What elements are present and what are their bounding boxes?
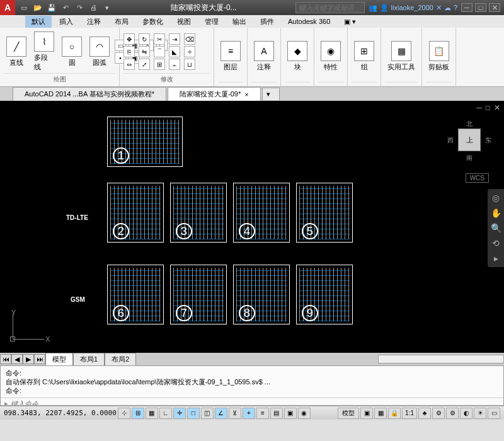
new-doc-tab[interactable]: ▾ [262, 88, 280, 100]
properties-button[interactable]: ◉特性 [318, 40, 343, 73]
status-3dosnap-icon[interactable]: ◫ [201, 408, 214, 419]
tab-insert[interactable]: 插入 [53, 16, 79, 28]
drawing-frame-9[interactable] [296, 265, 353, 324]
view-close-icon[interactable]: ✕ [494, 103, 500, 112]
maximize-button[interactable]: □ [475, 3, 486, 12]
layout-last-icon[interactable]: ⏭ [34, 354, 45, 364]
chamfer-icon[interactable]: ◣ [169, 46, 180, 57]
qat-open-icon[interactable]: 📂 [33, 3, 43, 13]
status-annovis-icon[interactable]: ♣ [418, 408, 431, 419]
tab-annotate[interactable]: 注释 [81, 16, 107, 28]
status-dyn-icon[interactable]: + [243, 408, 255, 419]
tab-layout[interactable]: 布局 [108, 16, 135, 28]
move-icon[interactable]: ✥ [123, 33, 135, 45]
join-icon[interactable]: ⊔ [184, 59, 195, 70]
arc-button[interactable]: ◠圆弧 [87, 35, 112, 69]
status-snap-icon[interactable]: ⊞ [132, 408, 144, 419]
viewcube[interactable]: 北 西 东 南 上 [447, 120, 491, 170]
explode-icon[interactable]: ✧ [184, 46, 195, 57]
drawing-frame-5[interactable] [296, 183, 353, 243]
array-icon[interactable]: ⊞ [154, 59, 165, 70]
polyline-button[interactable]: ⌇多段线 [32, 30, 57, 73]
view-minimize-icon[interactable]: ─ [476, 103, 482, 112]
status-sc-icon[interactable]: ◉ [298, 408, 311, 419]
exchange-icon[interactable]: ✕ [436, 4, 442, 12]
minimize-button[interactable]: ─ [461, 3, 472, 12]
layer-button[interactable]: ≡图层 [218, 40, 243, 73]
drawing-frame-6[interactable] [107, 265, 164, 324]
layout-tab-2[interactable]: 布局2 [105, 353, 136, 366]
offset-icon[interactable]: ⫠ [169, 59, 180, 70]
status-clean-icon[interactable]: ▭ [488, 408, 500, 419]
nav-wheel-icon[interactable]: ◎ [492, 193, 500, 203]
status-model-button[interactable]: 模型 [338, 408, 359, 419]
drawing-frame-1[interactable] [107, 117, 183, 167]
tab-view[interactable]: 视图 [171, 16, 197, 28]
viewcube-top[interactable]: 上 [458, 129, 481, 151]
utilities-button[interactable]: ▦实用工具 [385, 40, 418, 73]
drawing-frame-8[interactable] [233, 265, 290, 324]
command-input[interactable] [11, 400, 500, 406]
status-scale-button[interactable]: 1:1 [402, 408, 417, 419]
status-tpy-icon[interactable]: ▤ [270, 408, 283, 419]
qat-save-icon[interactable]: 💾 [47, 3, 57, 13]
close-button[interactable]: ✕ [489, 3, 500, 12]
status-grid-icon[interactable]: ▦ [146, 408, 158, 419]
status-qp-icon[interactable]: ▣ [284, 408, 297, 419]
nav-orbit-icon[interactable]: ⟲ [492, 238, 500, 248]
clipboard-button[interactable]: 📋剪贴板 [426, 40, 452, 73]
user-icon[interactable]: 👤 [380, 4, 389, 12]
layout-next-icon[interactable]: ▶ [23, 354, 34, 364]
tab-manage[interactable]: 管理 [198, 16, 225, 28]
scale-icon[interactable]: ⤢ [139, 59, 150, 70]
block-button[interactable]: ◆块 [285, 40, 310, 73]
drawing-frame-2[interactable] [107, 183, 164, 243]
doc-tab-1[interactable]: AutoCAD 2014 ...BA 基础与实例视频教程* [13, 87, 166, 101]
coordinates-readout[interactable]: 098.3483, 2207.4925, 0.0000 [4, 409, 117, 417]
trim-icon[interactable]: ✂ [154, 33, 165, 45]
circle-button[interactable]: ○圆 [59, 35, 84, 69]
group-button[interactable]: ⊞组 [352, 40, 377, 73]
drawing-frame-7[interactable] [170, 265, 227, 324]
qat-print-icon[interactable]: 🖨 [88, 3, 98, 13]
wcs-badge[interactable]: WCS [466, 173, 489, 183]
qat-new-icon[interactable]: ▭ [19, 3, 29, 13]
qat-undo-icon[interactable]: ↶ [60, 3, 71, 13]
drawing-frame-3[interactable] [170, 183, 227, 243]
app-logo[interactable]: A [0, 0, 15, 15]
status-osnap-icon[interactable]: □ [187, 408, 200, 419]
cloud-icon[interactable]: ☁ [444, 4, 451, 12]
layout-tab-model[interactable]: 模型 [45, 353, 73, 366]
nav-zoom-icon[interactable]: 🔍 [491, 223, 501, 233]
status-ortho-icon[interactable]: ∟ [159, 408, 172, 419]
tab-plugins[interactable]: 插件 [254, 16, 280, 28]
line-button[interactable]: ╱直线 [4, 35, 29, 69]
drawing-canvas[interactable]: ─ □ ✕ 北 西 东 南 上 WCS ◎ ✋ 🔍 ⟲ ▸ TD-LTE GSM… [0, 101, 504, 365]
username-label[interactable]: lixiaoke_2000 [391, 4, 433, 11]
tab-output[interactable]: 输出 [226, 16, 253, 28]
status-qview-icon[interactable]: ▦ [374, 408, 387, 419]
tab-parametric[interactable]: 参数化 [136, 16, 169, 28]
tab-extra-icon[interactable]: ▣ ▾ [338, 16, 362, 27]
status-lwt-icon[interactable]: ≡ [256, 408, 269, 419]
nav-pan-icon[interactable]: ✋ [491, 208, 501, 218]
view-restore-icon[interactable]: □ [486, 103, 490, 112]
qat-dropdown-icon[interactable]: ▾ [102, 3, 112, 13]
qat-redo-icon[interactable]: ↷ [74, 3, 84, 13]
status-ducs-icon[interactable]: ⊻ [229, 408, 241, 419]
status-annoscale-icon[interactable]: 🔒 [388, 408, 401, 419]
rotate-icon[interactable]: ↻ [139, 33, 150, 45]
erase-icon[interactable]: ⌫ [184, 33, 195, 45]
nav-showmotion-icon[interactable]: ▸ [494, 253, 498, 263]
copy-icon[interactable]: ⎘ [123, 46, 135, 57]
layout-tab-1[interactable]: 布局1 [73, 353, 105, 366]
help-search-input[interactable] [295, 2, 365, 13]
status-polar-icon[interactable]: ✛ [173, 408, 186, 419]
status-layout-icon[interactable]: ▣ [360, 408, 373, 419]
tab-autodesk360[interactable]: Autodesk 360 [282, 16, 336, 26]
horizontal-scrollbar[interactable] [378, 355, 504, 364]
status-hw-icon[interactable]: ◐ [460, 408, 472, 419]
signin-icon[interactable]: 👥 [369, 4, 377, 12]
stretch-icon[interactable]: ⇔ [123, 59, 135, 70]
status-ws-icon[interactable]: ⚙ [446, 408, 459, 419]
